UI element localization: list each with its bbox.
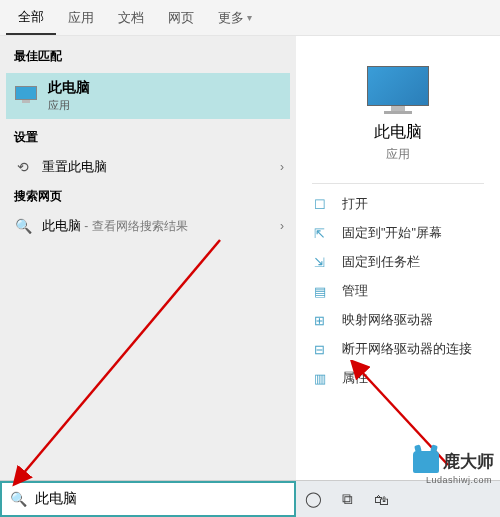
best-match-item[interactable]: 此电脑 应用 bbox=[6, 73, 290, 119]
best-match-title: 此电脑 bbox=[48, 79, 90, 97]
action-map-drive-label: 映射网络驱动器 bbox=[342, 312, 433, 329]
best-match-subtitle: 应用 bbox=[48, 98, 90, 113]
manage-icon: ▤ bbox=[314, 284, 332, 299]
action-map-drive[interactable]: ⊞ 映射网络驱动器 bbox=[296, 306, 500, 335]
left-pane: 最佳匹配 此电脑 应用 设置 ⟲ 重置此电脑 › 搜索网页 🔍 此电脑 - 查看… bbox=[0, 36, 296, 480]
open-icon: ☐ bbox=[314, 197, 332, 212]
tabs-bar: 全部 应用 文档 网页 更多 ▾ bbox=[0, 0, 500, 36]
action-manage[interactable]: ▤ 管理 bbox=[296, 277, 500, 306]
reset-icon: ⟲ bbox=[14, 159, 32, 175]
action-pin-start[interactable]: ⇱ 固定到"开始"屏幕 bbox=[296, 219, 500, 248]
action-pin-taskbar[interactable]: ⇲ 固定到任务栏 bbox=[296, 248, 500, 277]
web-search-suffix: - 查看网络搜索结果 bbox=[81, 219, 188, 233]
store-icon[interactable]: 🛍 bbox=[364, 491, 398, 508]
properties-icon: ▥ bbox=[314, 371, 332, 386]
map-drive-icon: ⊞ bbox=[314, 313, 332, 328]
chevron-right-icon: › bbox=[280, 160, 284, 174]
disconnect-drive-icon: ⊟ bbox=[314, 342, 332, 357]
tab-web[interactable]: 网页 bbox=[156, 0, 206, 35]
action-disconnect-drive[interactable]: ⊟ 断开网络驱动器的连接 bbox=[296, 335, 500, 364]
action-properties-label: 属性 bbox=[342, 370, 368, 387]
cortana-icon[interactable]: ◯ bbox=[296, 490, 330, 508]
action-properties[interactable]: ▥ 属性 bbox=[296, 364, 500, 393]
right-pane: 此电脑 应用 ☐ 打开 ⇱ 固定到"开始"屏幕 ⇲ 固定到任务栏 ▤ 管理 ⊞ … bbox=[296, 36, 500, 480]
taskbar: 🔍 ◯ ⧉ 🛍 bbox=[0, 480, 500, 517]
detail-title: 此电脑 bbox=[296, 122, 500, 143]
search-input[interactable] bbox=[35, 491, 286, 507]
action-disconnect-drive-label: 断开网络驱动器的连接 bbox=[342, 341, 472, 358]
tab-more[interactable]: 更多 ▾ bbox=[206, 0, 264, 35]
search-icon: 🔍 bbox=[14, 218, 32, 234]
action-manage-label: 管理 bbox=[342, 283, 368, 300]
detail-subtitle: 应用 bbox=[296, 146, 500, 163]
taskbar-search[interactable]: 🔍 bbox=[0, 481, 296, 517]
search-icon: 🔍 bbox=[10, 491, 27, 507]
web-search-row[interactable]: 🔍 此电脑 - 查看网络搜索结果 › bbox=[0, 209, 296, 243]
tab-apps[interactable]: 应用 bbox=[56, 0, 106, 35]
settings-heading: 设置 bbox=[0, 125, 296, 150]
divider bbox=[312, 183, 484, 184]
chevron-right-icon: › bbox=[280, 219, 284, 233]
action-pin-start-label: 固定到"开始"屏幕 bbox=[342, 225, 442, 242]
this-pc-icon bbox=[14, 86, 38, 106]
web-search-prefix: 此电脑 bbox=[42, 218, 81, 233]
main-area: 最佳匹配 此电脑 应用 设置 ⟲ 重置此电脑 › 搜索网页 🔍 此电脑 - 查看… bbox=[0, 36, 500, 480]
pin-taskbar-icon: ⇲ bbox=[314, 255, 332, 270]
best-match-heading: 最佳匹配 bbox=[0, 44, 296, 69]
search-web-heading: 搜索网页 bbox=[0, 184, 296, 209]
action-open[interactable]: ☐ 打开 bbox=[296, 190, 500, 219]
action-pin-taskbar-label: 固定到任务栏 bbox=[342, 254, 420, 271]
task-view-icon[interactable]: ⧉ bbox=[330, 490, 364, 508]
pin-start-icon: ⇱ bbox=[314, 226, 332, 241]
reset-this-pc-row[interactable]: ⟲ 重置此电脑 › bbox=[0, 150, 296, 184]
reset-this-pc-label: 重置此电脑 bbox=[42, 158, 107, 176]
tab-docs[interactable]: 文档 bbox=[106, 0, 156, 35]
taskbar-icons: ◯ ⧉ 🛍 bbox=[296, 481, 398, 517]
action-open-label: 打开 bbox=[342, 196, 368, 213]
web-search-label: 此电脑 - 查看网络搜索结果 bbox=[42, 217, 188, 235]
tab-all[interactable]: 全部 bbox=[6, 0, 56, 35]
this-pc-large-icon bbox=[367, 66, 429, 114]
chevron-down-icon: ▾ bbox=[247, 12, 252, 23]
tab-more-label: 更多 bbox=[218, 9, 244, 27]
